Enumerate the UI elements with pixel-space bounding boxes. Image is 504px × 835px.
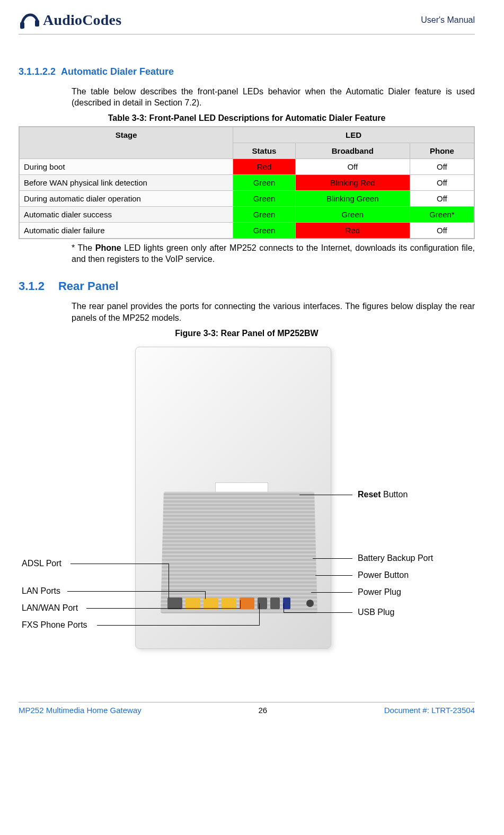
th-led: LED — [233, 127, 474, 143]
leader-line — [169, 564, 169, 598]
usb-port-icon — [283, 597, 290, 609]
footnote-lead: * The — [72, 243, 95, 252]
audiocodes-icon — [19, 10, 41, 31]
leader-line — [315, 575, 352, 576]
figure-caption: Figure 3-3: Rear Panel of MP252BW — [19, 329, 475, 338]
leader-line — [313, 558, 352, 559]
table-row: During automatic dialer operationGreenBl… — [19, 191, 474, 207]
callout-power-button: Power Button — [358, 570, 409, 580]
section-title: Rear Panel — [58, 279, 119, 293]
footer-left: MP252 Multimedia Home Gateway — [19, 706, 142, 715]
cell-led: Off — [295, 159, 410, 175]
leader-line — [311, 592, 352, 593]
section-intro-31122: The table below describes the front-pane… — [72, 86, 475, 108]
table-row: Before WAN physical link detectionGreenB… — [19, 175, 474, 191]
footnote-bold: Phone — [95, 243, 121, 252]
lan-port-icon — [185, 597, 200, 609]
callout-fxs: FXS Phone Ports — [22, 620, 87, 630]
th-phone: Phone — [410, 143, 474, 159]
callout-adsl: ADSL Port — [22, 559, 61, 568]
section-intro-312: The rear panel provides the ports for co… — [72, 301, 475, 323]
section-heading-31122: 3.1.1.2.2 Automatic Dialer Feature — [19, 66, 475, 77]
cell-stage: Automatic dialer failure — [19, 223, 233, 239]
cell-led: Blinking Red — [295, 175, 410, 191]
rear-panel-figure: Reset Button Battery Backup Port Power B… — [19, 341, 475, 665]
callout-battery: Battery Backup Port — [358, 553, 433, 563]
cell-led: Green — [233, 207, 296, 223]
cell-led: Off — [410, 191, 474, 207]
section-title: Automatic Dialer Feature — [61, 66, 174, 77]
th-status: Status — [233, 143, 296, 159]
leader-line — [259, 603, 260, 626]
cell-led: Green — [233, 175, 296, 191]
power-plug-icon — [306, 600, 314, 607]
cell-stage: During boot — [19, 159, 233, 175]
leader-line — [70, 564, 169, 564]
cell-led: Red — [295, 223, 410, 239]
cell-stage: Before WAN physical link detection — [19, 175, 233, 191]
leader-line — [284, 612, 352, 613]
cell-led: Off — [410, 159, 474, 175]
cell-led: Off — [410, 223, 474, 239]
port-row — [167, 597, 321, 611]
section-heading-312: 3.1.2 Rear Panel — [19, 279, 475, 293]
adsl-port-icon — [167, 597, 182, 609]
leader-line — [299, 495, 352, 495]
cell-led: Green — [233, 191, 296, 207]
leader-line — [284, 603, 284, 613]
leader-line — [97, 625, 259, 626]
callout-lanwan: LAN/WAN Port — [22, 603, 78, 613]
th-broadband: Broadband — [295, 143, 410, 159]
lanwan-port-icon — [240, 597, 254, 609]
lan-port-icon — [222, 597, 236, 609]
cell-stage: During automatic dialer operation — [19, 191, 233, 207]
cell-led: Off — [410, 175, 474, 191]
brand-logo: AudioCodes — [19, 10, 121, 31]
callout-reset-bold: Reset — [358, 490, 381, 499]
device-vents — [161, 491, 317, 613]
callout-usb: USB Plug — [358, 608, 394, 617]
cell-stage: Automatic dialer success — [19, 207, 233, 223]
leader-line — [205, 591, 206, 599]
doc-type: User's Manual — [421, 15, 475, 25]
phone-port-icon — [270, 597, 280, 609]
cell-led: Green* — [410, 207, 474, 223]
page-footer: MP252 Multimedia Home Gateway 26 Documen… — [19, 702, 475, 715]
section-number: 3.1.1.2.2 — [19, 66, 56, 77]
callout-reset-rest: Button — [381, 490, 408, 499]
cell-led: Green — [233, 223, 296, 239]
svg-rect-2 — [35, 20, 39, 27]
leader-line — [86, 608, 240, 609]
cell-led: Green — [295, 207, 410, 223]
th-stage: Stage — [19, 127, 233, 159]
led-table: Stage LED Status Broadband Phone During … — [19, 126, 475, 239]
callout-lan: LAN Ports — [22, 586, 60, 596]
section-number: 3.1.2 — [19, 279, 45, 293]
footnote-rest: LED lights green only after MP252 connec… — [72, 243, 475, 263]
svg-rect-1 — [20, 22, 24, 29]
footer-page-number: 26 — [258, 706, 267, 715]
table-footnote: * The Phone LED lights green only after … — [72, 242, 475, 265]
leader-line — [240, 600, 241, 609]
footer-right: Document #: LTRT-23504 — [384, 706, 475, 715]
table-caption: Table 3-3: Front-Panel LED Descriptions … — [19, 113, 475, 123]
table-row: Automatic dialer failureGreenRedOff — [19, 223, 474, 239]
callout-power-plug: Power Plug — [358, 587, 401, 597]
brand-name: AudioCodes — [43, 12, 121, 29]
cell-led: Red — [233, 159, 296, 175]
callout-reset: Reset Button — [358, 490, 408, 499]
lan-port-icon — [204, 597, 218, 609]
table-row: Automatic dialer successGreenGreenGreen* — [19, 207, 474, 223]
cell-led: Blinking Green — [295, 191, 410, 207]
leader-line — [67, 591, 205, 592]
page-header: AudioCodes User's Manual — [19, 10, 475, 34]
table-row: During bootRedOffOff — [19, 159, 474, 175]
device-illustration — [135, 347, 331, 649]
